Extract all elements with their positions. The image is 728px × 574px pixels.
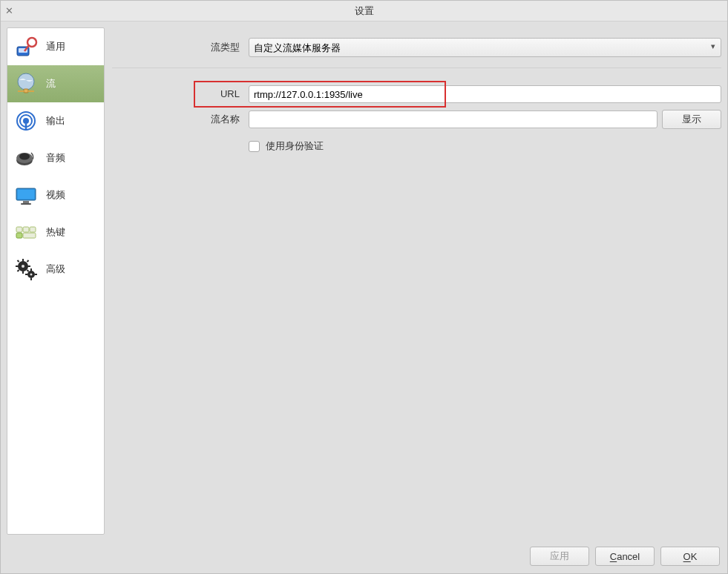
label-stream-type: 流类型 <box>112 38 244 57</box>
svg-rect-38 <box>25 274 27 275</box>
svg-rect-32 <box>27 260 30 263</box>
sidebar-item-label: 视频 <box>46 188 65 202</box>
cancel-button[interactable]: Cancel <box>595 547 655 566</box>
label-use-auth: 使用身份验证 <box>266 139 324 153</box>
divider <box>112 67 721 68</box>
sidebar-item-audio[interactable]: 音频 <box>7 139 104 177</box>
sidebar-item-hotkeys[interactable]: 热键 <box>7 214 104 251</box>
speaker-icon <box>13 145 39 171</box>
svg-rect-17 <box>23 201 29 203</box>
dropdown-stream-type-wrap: 自定义流媒体服务器 <box>249 38 721 57</box>
broadcast-icon <box>13 108 39 133</box>
svg-rect-5 <box>24 89 28 93</box>
svg-point-4 <box>18 73 34 90</box>
svg-point-8 <box>23 118 29 124</box>
sidebar: 通用 流 <box>7 27 105 535</box>
svg-point-35 <box>30 274 33 276</box>
ok-button[interactable]: OK <box>660 547 720 566</box>
svg-rect-18 <box>21 203 31 205</box>
cogs-icon <box>13 257 39 282</box>
row-use-auth: 使用身份验证 <box>249 139 721 153</box>
svg-rect-29 <box>27 265 30 267</box>
show-button[interactable]: 显示 <box>662 110 721 129</box>
svg-rect-37 <box>30 278 32 280</box>
sidebar-item-label: 通用 <box>46 40 65 53</box>
body-area: 通用 流 <box>1 22 727 541</box>
sidebar-item-stream[interactable]: 流 <box>7 65 104 102</box>
sidebar-item-label: 输出 <box>46 114 65 128</box>
svg-rect-28 <box>16 265 19 267</box>
sidebar-item-general[interactable]: 通用 <box>7 28 104 65</box>
svg-rect-33 <box>17 269 20 272</box>
titlebar: ✕ 设置 <box>1 1 727 22</box>
svg-rect-20 <box>23 227 29 232</box>
gear-icon <box>13 34 39 59</box>
row-url: URL <box>112 85 721 104</box>
svg-rect-19 <box>16 227 22 232</box>
svg-rect-16 <box>18 190 35 199</box>
sidebar-item-advanced[interactable]: 高级 <box>7 251 104 288</box>
apply-button[interactable]: 应用 <box>530 547 589 566</box>
sidebar-item-output[interactable]: 输出 <box>7 102 104 139</box>
sidebar-item-label: 流 <box>46 77 56 90</box>
svg-rect-26 <box>22 259 24 262</box>
window-title: 设置 <box>355 4 374 18</box>
svg-rect-30 <box>17 260 20 263</box>
close-icon[interactable]: ✕ <box>5 6 13 16</box>
svg-rect-36 <box>30 268 32 271</box>
content-panel: 流类型 自定义流媒体服务器 URL 流名称 显示 使用身份验证 <box>112 27 721 535</box>
settings-window: ✕ 设置 通用 <box>0 0 728 574</box>
row-stream-type: 流类型 自定义流媒体服务器 <box>112 38 721 57</box>
globe-icon <box>13 71 39 96</box>
label-stream-key: 流名称 <box>112 110 244 129</box>
svg-rect-23 <box>23 233 36 238</box>
keyboard-icon <box>13 220 39 245</box>
svg-rect-21 <box>30 227 36 232</box>
sidebar-item-label: 音频 <box>46 151 65 165</box>
url-input[interactable] <box>249 85 721 103</box>
dropdown-stream-type[interactable]: 自定义流媒体服务器 <box>249 38 721 57</box>
stream-key-input[interactable] <box>249 110 658 128</box>
svg-rect-27 <box>22 271 24 274</box>
row-stream-key: 流名称 显示 <box>112 110 721 129</box>
use-auth-checkbox[interactable] <box>249 141 260 152</box>
sidebar-item-label: 热键 <box>46 225 65 239</box>
button-bar: 应用 Cancel OK <box>1 541 727 573</box>
svg-point-25 <box>22 265 24 268</box>
sidebar-item-video[interactable]: 视频 <box>7 177 104 214</box>
svg-rect-22 <box>16 233 22 238</box>
svg-rect-39 <box>35 274 37 275</box>
svg-point-14 <box>19 154 30 160</box>
sidebar-item-label: 高级 <box>46 263 65 276</box>
monitor-icon <box>13 182 39 208</box>
label-url: URL <box>112 85 244 104</box>
